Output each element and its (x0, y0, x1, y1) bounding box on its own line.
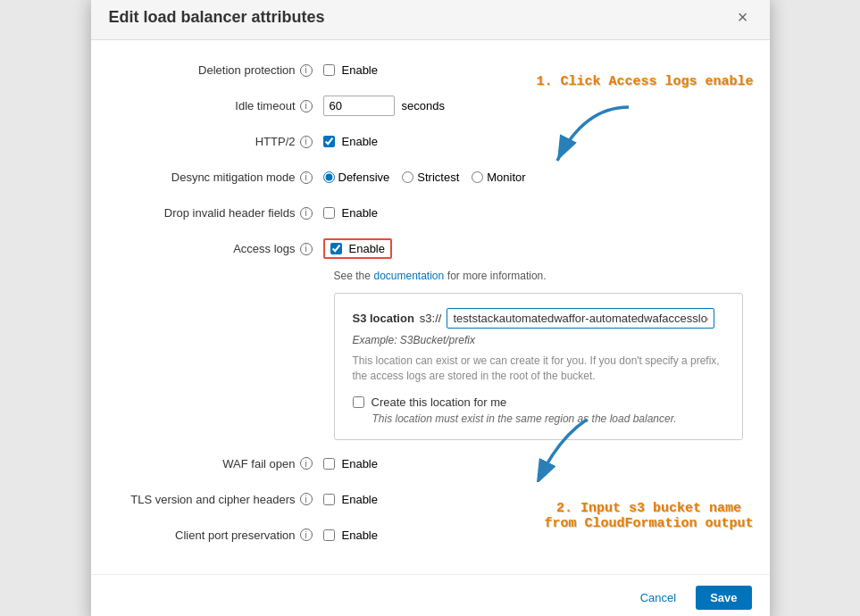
s3-create-label: Create this location for me (372, 395, 507, 409)
tls-version-checkbox[interactable] (323, 494, 335, 505)
doc-see-text: See the (334, 270, 371, 282)
arrow-2-icon (515, 411, 605, 482)
tls-version-control: Enable (323, 493, 743, 506)
desync-defensive-option[interactable]: Defensive (323, 171, 390, 184)
cancel-button[interactable]: Cancel (630, 586, 687, 610)
access-logs-checkbox[interactable] (330, 243, 342, 254)
edit-load-balancer-modal: Edit load balancer attributes × Deletion… (91, 0, 770, 616)
idle-timeout-row: Idle timeout i seconds (118, 94, 743, 119)
s3-create-checkbox[interactable] (353, 396, 364, 408)
modal-header: Edit load balancer attributes × (91, 0, 770, 40)
desync-row: Desync mitigation mode i Defensive Stric… (118, 165, 743, 190)
s3-create-checkbox-row: Create this location for me (353, 395, 724, 409)
drop-invalid-header-enable-label: Enable (342, 206, 378, 220)
waf-fail-open-enable-label: Enable (342, 457, 378, 470)
access-logs-row: Access logs i Enable (118, 237, 743, 262)
drop-invalid-header-info-icon[interactable]: i (300, 207, 313, 220)
s3-example-text: Example: S3Bucket/prefix (353, 334, 724, 346)
idle-timeout-input[interactable] (323, 96, 395, 116)
waf-fail-open-label: WAF fail open i (118, 457, 323, 470)
save-button[interactable]: Save (696, 586, 751, 610)
access-logs-label: Access logs i (118, 242, 323, 255)
desync-strictest-radio[interactable] (402, 171, 413, 183)
http2-enable-label: Enable (342, 135, 378, 148)
http2-label: HTTP/2 i (118, 135, 323, 148)
deletion-protection-control: Enable (323, 63, 743, 77)
s3-description-text: This location can exist or we can create… (353, 354, 724, 384)
access-logs-enable-label: Enable (349, 242, 385, 255)
desync-control: Defensive Strictest Monitor (323, 171, 743, 184)
waf-fail-open-row: WAF fail open i Enable (118, 451, 743, 476)
tls-version-label: TLS version and cipher headers i (118, 493, 323, 506)
access-logs-checked-box: Enable (323, 238, 392, 259)
http2-checkbox[interactable] (323, 136, 335, 147)
http2-row: HTTP/2 i Enable (118, 129, 743, 154)
modal-title: Edit load balancer attributes (109, 8, 325, 27)
idle-timeout-control: seconds (323, 96, 743, 116)
drop-invalid-header-control: Enable (323, 206, 743, 220)
waf-fail-open-info-icon[interactable]: i (300, 457, 313, 470)
close-button[interactable]: × (734, 8, 752, 26)
idle-timeout-label: Idle timeout i (118, 99, 323, 112)
idle-timeout-unit: seconds (402, 99, 445, 112)
deletion-protection-label: Deletion protection i (118, 63, 323, 77)
desync-label: Desync mitigation mode i (118, 171, 323, 184)
deletion-protection-row: Deletion protection i Enable (118, 58, 743, 83)
access-logs-control: Enable (323, 238, 743, 259)
drop-invalid-header-row: Drop invalid header fields i Enable (118, 201, 743, 226)
http2-info-icon[interactable]: i (300, 136, 313, 148)
documentation-link[interactable]: documentation (374, 270, 445, 282)
client-port-checkbox[interactable] (323, 529, 335, 541)
client-port-control: Enable (323, 529, 743, 542)
s3-prefix-label: s3:// (420, 312, 442, 325)
tls-version-info-icon[interactable]: i (300, 493, 313, 505)
idle-timeout-info-icon[interactable]: i (300, 100, 313, 112)
access-logs-info-icon[interactable]: i (300, 243, 313, 255)
desync-monitor-radio[interactable] (472, 171, 483, 183)
s3-location-label: S3 location (353, 312, 414, 325)
s3-location-input[interactable] (447, 308, 714, 329)
doc-suffix-text: for more information. (447, 270, 547, 282)
desync-strictest-option[interactable]: Strictest (402, 171, 459, 184)
desync-monitor-option[interactable]: Monitor (472, 171, 525, 184)
http2-control: Enable (323, 135, 743, 148)
modal-footer: Cancel Save (91, 574, 770, 616)
desync-info-icon[interactable]: i (300, 171, 313, 184)
desync-defensive-radio[interactable] (323, 171, 335, 183)
deletion-protection-checkbox[interactable] (323, 64, 335, 76)
client-port-label: Client port preservation i (118, 529, 323, 542)
deletion-protection-enable-label: Enable (342, 63, 378, 77)
s3-location-row: S3 location s3:// (353, 308, 724, 329)
tls-version-row: TLS version and cipher headers i Enable (118, 487, 743, 512)
drop-invalid-header-checkbox[interactable] (323, 207, 335, 219)
client-port-row: Client port preservation i Enable (118, 522, 743, 547)
deletion-protection-info-icon[interactable]: i (300, 64, 313, 77)
modal-body: Deletion protection i Enable Idle timeou… (91, 40, 770, 568)
client-port-enable-label: Enable (342, 529, 378, 542)
drop-invalid-header-label: Drop invalid header fields i (118, 206, 323, 220)
access-logs-doc-section: See the documentation for more informati… (334, 269, 743, 282)
tls-version-enable-label: Enable (342, 493, 378, 506)
client-port-info-icon[interactable]: i (300, 529, 313, 541)
waf-fail-open-checkbox[interactable] (323, 458, 335, 470)
